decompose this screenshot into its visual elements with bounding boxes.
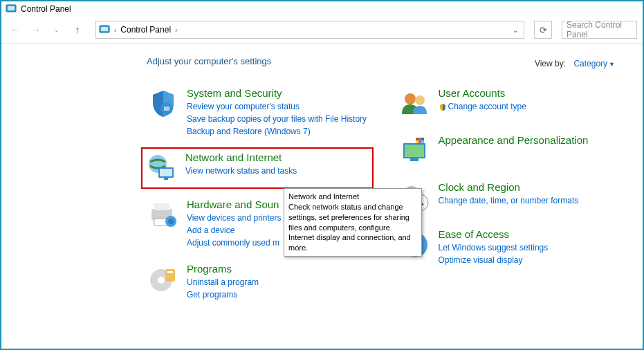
- shield-badge-icon: [439, 103, 447, 111]
- svg-point-20: [415, 95, 425, 105]
- svg-rect-24: [416, 138, 418, 140]
- svg-rect-23: [410, 158, 418, 161]
- breadcrumb-sep: ›: [114, 26, 116, 34]
- link-text: Change account type: [448, 102, 526, 111]
- monitor-palette-icon: [398, 134, 432, 167]
- category-title[interactable]: User Accounts: [439, 87, 623, 99]
- chevron-down-icon[interactable]: ▼: [609, 61, 615, 68]
- forward-button[interactable]: →: [28, 21, 44, 38]
- svg-rect-17: [165, 269, 175, 282]
- up-button[interactable]: ↑: [69, 21, 86, 38]
- page-heading: Adjust your computer's settings: [147, 56, 271, 66]
- category-link[interactable]: Review your computer's status: [187, 100, 371, 113]
- category-programs: Programs Uninstall a program Get program…: [147, 263, 371, 301]
- category-title[interactable]: Network and Internet: [185, 151, 369, 163]
- tooltip-body: Check network status and change settings…: [288, 203, 411, 252]
- category-link[interactable]: Optimize visual display: [439, 254, 623, 266]
- tooltip-title: Network and Internet: [288, 192, 417, 202]
- category-ease-of-access: Ease of Access Let Windows suggest setti…: [398, 228, 623, 266]
- breadcrumb-sep: ›: [175, 26, 177, 34]
- category-system-security: System and Security Review your computer…: [147, 87, 371, 138]
- svg-rect-8: [160, 169, 172, 176]
- users-icon: [398, 87, 432, 120]
- svg-rect-3: [101, 27, 108, 31]
- svg-rect-26: [421, 138, 424, 140]
- category-link[interactable]: Let Windows suggest settings: [439, 241, 623, 254]
- category-title[interactable]: System and Security: [187, 87, 371, 99]
- programs-icon: [147, 263, 180, 296]
- categories-right: User Accounts Change account type Appear…: [398, 87, 623, 315]
- search-input[interactable]: Search Control Panel: [562, 21, 637, 39]
- svg-rect-1: [8, 6, 15, 10]
- svg-rect-18: [167, 271, 173, 273]
- category-clock-region: Clock and Region Change date, time, or n…: [398, 181, 623, 214]
- address-dropdown[interactable]: ⌄: [510, 26, 521, 34]
- navbar: ← → ⌄ ↑ › Control Panel › ⌄ ⟳ Search Con…: [1, 17, 643, 43]
- svg-rect-22: [405, 145, 424, 157]
- svg-rect-25: [418, 138, 421, 140]
- search-placeholder: Search Control Panel: [567, 20, 632, 39]
- breadcrumb-root[interactable]: Control Panel: [120, 25, 171, 35]
- svg-rect-9: [164, 178, 168, 180]
- view-by-label: View by:: [535, 59, 566, 68]
- category-link[interactable]: Backup and Restore (Windows 7): [187, 125, 371, 138]
- category-title[interactable]: Programs: [187, 263, 371, 275]
- category-appearance: Appearance and Personalization: [398, 134, 623, 167]
- svg-point-19: [405, 93, 416, 104]
- svg-rect-5: [164, 107, 169, 111]
- svg-rect-29: [421, 140, 424, 143]
- svg-rect-27: [416, 140, 418, 143]
- category-network-internet: Network and Internet View network status…: [141, 147, 374, 189]
- content: Adjust your computer's settings View by:…: [1, 44, 643, 315]
- globe-monitor-icon: [145, 151, 178, 185]
- svg-rect-28: [418, 140, 421, 143]
- category-link[interactable]: Change account type: [439, 100, 623, 113]
- address-bar[interactable]: › Control Panel › ⌄: [95, 21, 524, 39]
- printer-icon: [147, 199, 180, 232]
- refresh-button[interactable]: ⟳: [534, 21, 552, 39]
- category-user-accounts: User Accounts Change account type: [398, 87, 623, 120]
- category-title[interactable]: Ease of Access: [439, 228, 623, 240]
- category-title[interactable]: Appearance and Personalization: [439, 134, 623, 146]
- back-button[interactable]: ←: [7, 21, 24, 38]
- svg-point-16: [158, 277, 165, 284]
- titlebar: Control Panel: [1, 1, 643, 17]
- category-link[interactable]: View network status and tasks: [185, 165, 369, 177]
- svg-point-14: [168, 219, 174, 224]
- control-panel-icon: [99, 24, 110, 35]
- recent-dropdown[interactable]: ⌄: [48, 21, 65, 38]
- svg-rect-11: [154, 203, 169, 210]
- category-link[interactable]: Save backup copies of your files with Fi…: [187, 113, 371, 125]
- shield-icon: [147, 87, 180, 120]
- control-panel-icon: [6, 3, 17, 15]
- category-link[interactable]: Change date, time, or number formats: [439, 194, 623, 207]
- view-by: View by: Category▼: [535, 59, 615, 68]
- tooltip: Network and Internet Check network statu…: [284, 188, 422, 257]
- window-title: Control Panel: [21, 4, 71, 14]
- view-by-value[interactable]: Category: [573, 59, 607, 68]
- category-link[interactable]: Uninstall a program: [187, 276, 371, 288]
- category-link[interactable]: Get programs: [187, 288, 371, 301]
- category-title[interactable]: Clock and Region: [439, 181, 623, 193]
